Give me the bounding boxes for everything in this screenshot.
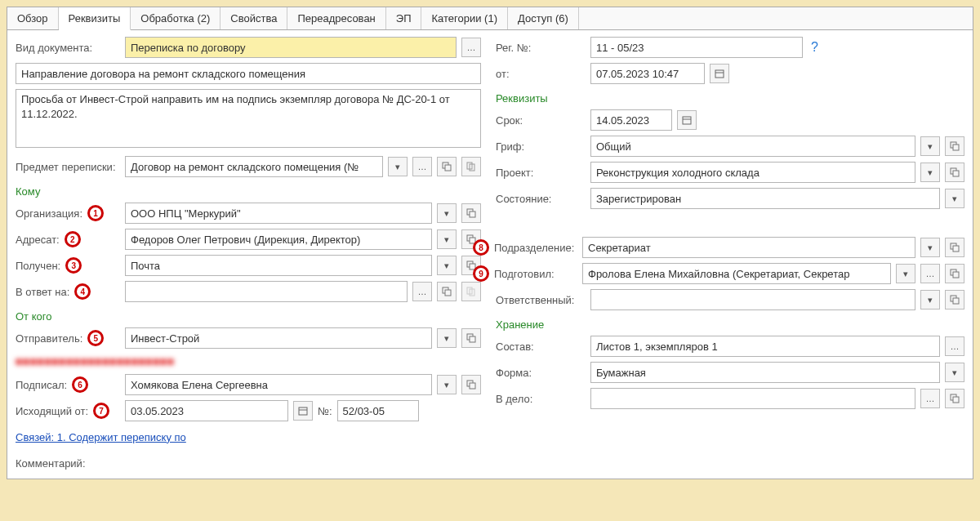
title-input[interactable]: [16, 63, 481, 84]
tab-processing[interactable]: Обработка (2): [131, 7, 220, 29]
org-input[interactable]: [125, 203, 432, 224]
deadline-label: Срок:: [496, 114, 586, 127]
prepared-input[interactable]: [582, 263, 891, 284]
form-dropdown-button[interactable]: ▾: [945, 363, 964, 382]
deadline-input[interactable]: [590, 109, 672, 131]
help-icon[interactable]: ?: [808, 40, 818, 55]
reply-to-label: В ответ на: 4: [16, 283, 120, 300]
out-no-label: №:: [318, 405, 332, 417]
form-input[interactable]: [590, 362, 940, 383]
regno-input[interactable]: [590, 37, 803, 58]
subject-copy-button[interactable]: [461, 157, 481, 176]
subject-open-button[interactable]: [437, 157, 457, 176]
prepared-lookup-button[interactable]: …: [920, 264, 940, 283]
tab-overview[interactable]: Обзор: [7, 7, 59, 29]
tofile-label: В дело:: [496, 393, 586, 405]
doc-type-input[interactable]: [125, 37, 457, 58]
sender-open-button[interactable]: [461, 328, 481, 348]
project-open-button[interactable]: [945, 163, 964, 182]
tab-forwarded[interactable]: Переадресован: [287, 7, 385, 29]
composition-input[interactable]: [590, 336, 940, 357]
received-dropdown-button[interactable]: ▾: [437, 256, 457, 275]
received-input[interactable]: [125, 255, 432, 276]
tab-categories[interactable]: Категории (1): [421, 7, 508, 29]
svg-rect-27: [953, 171, 959, 176]
document-panel: Обзор Реквизиты Обработка (2) Свойства П…: [7, 7, 973, 479]
prepared-label: Подготовил:: [494, 268, 577, 280]
svg-rect-35: [953, 397, 959, 403]
project-label: Проект:: [496, 167, 586, 179]
tofile-lookup-button[interactable]: …: [920, 389, 940, 408]
tofile-input[interactable]: [590, 388, 915, 409]
signed-input[interactable]: [125, 374, 432, 395]
svg-rect-29: [953, 246, 959, 252]
dept-open-button[interactable]: [945, 238, 964, 257]
grif-open-button[interactable]: [945, 136, 964, 156]
description-textarea[interactable]: Просьба от Инвест-Строй направить им на …: [16, 89, 481, 148]
project-input[interactable]: [590, 162, 915, 183]
storage-section-header: Хранение: [496, 315, 964, 331]
regno-label: Рег. №:: [496, 42, 586, 54]
reply-to-lookup-button[interactable]: …: [412, 282, 432, 301]
form-label: Форма:: [496, 367, 586, 379]
marker-9: 9: [473, 265, 489, 282]
marker-2: 2: [65, 231, 81, 247]
signed-open-button[interactable]: [461, 375, 481, 394]
svg-rect-20: [715, 70, 724, 78]
svg-rect-15: [470, 336, 475, 342]
sender-input[interactable]: [125, 327, 432, 349]
svg-rect-5: [470, 212, 475, 217]
from-date-label: от:: [496, 68, 586, 80]
doc-type-label: Вид документа:: [16, 42, 120, 54]
from-date-input[interactable]: [590, 63, 705, 84]
responsible-dropdown-button[interactable]: ▾: [920, 290, 940, 309]
org-open-button[interactable]: [461, 203, 481, 223]
subject-input[interactable]: [125, 156, 383, 177]
received-label: Получен: 3: [16, 257, 120, 274]
svg-rect-11: [445, 290, 451, 296]
marker-3: 3: [65, 257, 82, 274]
addressee-dropdown-button[interactable]: ▾: [437, 229, 457, 249]
links-link[interactable]: Связей: 1. Содержит переписку по: [16, 431, 186, 443]
grif-dropdown-button[interactable]: ▾: [920, 136, 940, 156]
reply-to-open-button[interactable]: [437, 282, 457, 301]
tab-properties[interactable]: Свойства: [220, 7, 287, 29]
grif-input[interactable]: [590, 136, 915, 157]
dept-input[interactable]: [582, 237, 915, 258]
doc-type-lookup-button[interactable]: …: [461, 38, 481, 57]
responsible-label: Ответственный:: [496, 294, 586, 306]
deadline-calendar-button[interactable]: [677, 110, 697, 130]
from-date-calendar-button[interactable]: [710, 64, 729, 83]
out-no-input[interactable]: [337, 400, 419, 421]
out-date-calendar-button[interactable]: [293, 401, 313, 421]
sender-dropdown-button[interactable]: ▾: [437, 328, 457, 348]
org-dropdown-button[interactable]: ▾: [437, 203, 457, 223]
state-dropdown-button[interactable]: ▾: [945, 189, 964, 208]
project-dropdown-button[interactable]: ▾: [920, 163, 940, 182]
marker-8: 8: [473, 239, 489, 256]
subject-lookup-button[interactable]: …: [412, 157, 432, 176]
prepared-open-button[interactable]: [945, 264, 964, 283]
responsible-open-button[interactable]: [945, 290, 964, 309]
redacted-line: ■■■■■■■■■■■■■■■■■■■■■■: [16, 354, 481, 369]
tab-access[interactable]: Доступ (6): [508, 7, 579, 29]
responsible-input[interactable]: [590, 289, 915, 310]
tofile-open-button[interactable]: [945, 389, 964, 408]
signed-label: Подписал: 6: [16, 376, 120, 393]
signed-dropdown-button[interactable]: ▾: [437, 375, 457, 394]
reply-to-copy-button[interactable]: [461, 282, 481, 301]
dept-dropdown-button[interactable]: ▾: [920, 238, 940, 257]
svg-rect-33: [953, 298, 959, 304]
composition-label: Состав:: [496, 341, 586, 353]
tab-details[interactable]: Реквизиты: [59, 7, 131, 30]
addressee-input[interactable]: [125, 229, 432, 250]
reply-to-input[interactable]: [125, 281, 408, 302]
tabs: Обзор Реквизиты Обработка (2) Свойства П…: [7, 7, 973, 30]
prepared-dropdown-button[interactable]: ▾: [896, 264, 915, 283]
state-input[interactable]: [590, 188, 940, 209]
tab-signature[interactable]: ЭП: [386, 7, 422, 29]
out-date-input[interactable]: [125, 400, 288, 421]
composition-lookup-button[interactable]: …: [945, 336, 964, 356]
marker-1: 1: [87, 205, 104, 221]
subject-dropdown-button[interactable]: ▾: [388, 157, 408, 176]
